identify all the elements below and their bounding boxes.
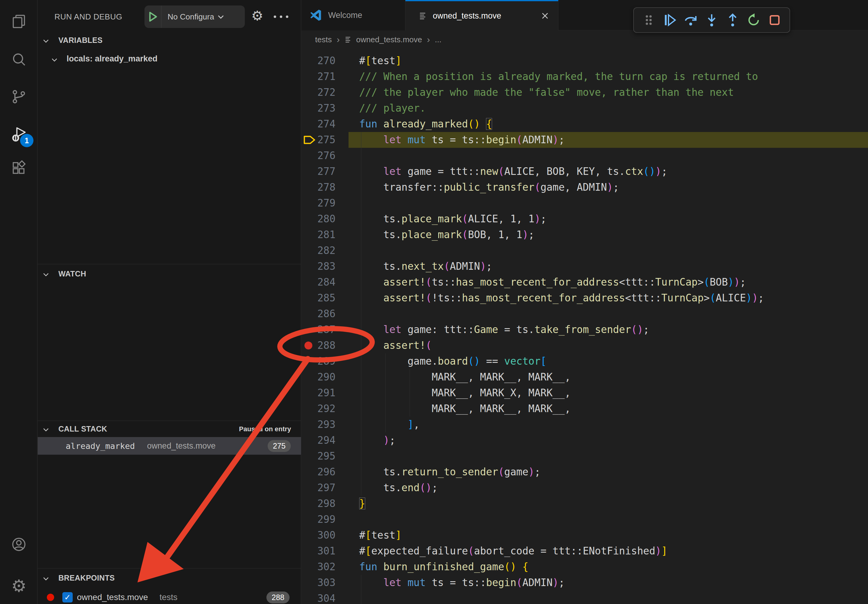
call-stack-frame-row[interactable]: already_marked owned_tests.move 275 <box>38 437 301 455</box>
line-number[interactable]: 289 <box>301 353 335 369</box>
breakpoints-section-header[interactable]: BREAKPOINTS <box>38 570 301 586</box>
line-number[interactable]: 287 <box>301 322 335 338</box>
line-number[interactable]: 298 <box>301 496 335 511</box>
code-line: 301#[expected_failure(abort_code = ttt::… <box>301 543 868 559</box>
line-number[interactable]: 291 <box>301 385 335 401</box>
code-line: 289 game.board() == vector[ <box>301 353 868 369</box>
debug-settings-gear-icon[interactable]: ⚙ <box>249 0 266 34</box>
code-text: ts.return_to_sender(game); <box>359 464 541 480</box>
line-number[interactable]: 283 <box>301 259 335 274</box>
line-number[interactable]: 271 <box>301 69 335 85</box>
indent-guide <box>361 148 361 164</box>
extensions-icon[interactable] <box>11 160 27 176</box>
indent-guide <box>361 195 361 211</box>
line-number[interactable]: 282 <box>301 243 335 259</box>
line-number[interactable]: 286 <box>301 306 335 322</box>
line-number[interactable]: 278 <box>301 180 335 195</box>
close-icon[interactable] <box>540 11 550 21</box>
indent-guide <box>361 448 361 464</box>
code-line: 271/// When a position is already marked… <box>301 69 868 85</box>
code-line: 270#[test] <box>301 53 868 69</box>
variables-section-header[interactable]: VARIABLES <box>38 33 301 49</box>
code-line: 293 ], <box>301 417 868 432</box>
line-number[interactable]: 296 <box>301 464 335 480</box>
breakpoints-label: BREAKPOINTS <box>58 574 115 582</box>
chevron-down-icon <box>42 426 50 434</box>
move-file-icon <box>419 11 428 20</box>
more-actions-icon[interactable] <box>272 12 290 21</box>
line-number[interactable]: 301 <box>301 543 335 559</box>
line-number[interactable]: 300 <box>301 527 335 543</box>
drag-grip-icon[interactable] <box>642 13 656 27</box>
breadcrumb-file[interactable]: owned_tests.move <box>356 35 422 44</box>
line-number[interactable]: 280 <box>301 211 335 227</box>
indent-guide <box>361 243 361 259</box>
breakpoint-dot-icon <box>47 594 54 601</box>
tab-welcome[interactable]: Welcome <box>301 0 405 30</box>
editor-group: Welcome owned_tests.move tests › owned_t… <box>301 0 868 604</box>
step-over-icon[interactable] <box>684 13 698 27</box>
line-number[interactable]: 279 <box>301 195 335 211</box>
line-number[interactable]: 270 <box>301 53 335 69</box>
code-text: MARK__, MARK__, MARK__, <box>359 401 570 417</box>
code-text: } <box>359 496 365 511</box>
code-line: 286 <box>301 306 868 322</box>
breadcrumb-symbol[interactable]: ... <box>435 35 442 44</box>
line-number[interactable]: 297 <box>301 480 335 496</box>
code-text: ts.next_tx(ADMIN); <box>359 259 492 274</box>
settings-gear-icon[interactable]: ⚙ <box>11 578 27 594</box>
step-out-icon[interactable] <box>725 13 740 27</box>
line-number[interactable]: 275 <box>301 132 335 148</box>
line-number[interactable]: 292 <box>301 401 335 417</box>
line-number[interactable]: 285 <box>301 290 335 306</box>
line-number[interactable]: 304 <box>301 591 335 604</box>
line-number[interactable]: 273 <box>301 101 335 116</box>
line-number[interactable]: 295 <box>301 448 335 464</box>
call-stack-label: CALL STACK <box>58 424 107 434</box>
start-debugging-button[interactable] <box>144 5 161 28</box>
code-line: 296 ts.return_to_sender(game); <box>301 464 868 480</box>
locals-scope-row[interactable]: locals: already_marked <box>38 52 301 68</box>
line-number[interactable]: 293 <box>301 417 335 432</box>
line-number[interactable]: 272 <box>301 85 335 101</box>
line-number[interactable]: 302 <box>301 559 335 575</box>
call-stack-section-header[interactable]: CALL STACK Paused on entry <box>38 421 301 437</box>
explorer-icon[interactable] <box>11 13 27 29</box>
variables-label: VARIABLES <box>58 36 102 45</box>
line-number[interactable]: 276 <box>301 148 335 164</box>
code-text: assert!(ts::has_most_recent_for_address<… <box>359 274 746 290</box>
frame-function-name: already_marked <box>66 441 135 451</box>
line-number[interactable]: 303 <box>301 575 335 591</box>
line-number[interactable]: 281 <box>301 227 335 243</box>
breakpoint-checkbox[interactable]: ✓ <box>62 592 73 602</box>
stop-icon[interactable] <box>767 13 782 27</box>
code-text: #[test] <box>359 527 401 543</box>
breadcrumb-folder[interactable]: tests <box>315 35 332 44</box>
breadcrumb-separator-icon: › <box>337 34 340 45</box>
tab-owned-tests-move[interactable]: owned_tests.move <box>405 0 558 30</box>
debug-config-dropdown[interactable]: No Configura <box>144 5 245 28</box>
chevron-down-icon <box>42 575 50 583</box>
line-number[interactable]: 294 <box>301 432 335 448</box>
code-line: 303 let mut ts = ts::begin(ADMIN); <box>301 575 868 591</box>
frame-line-badge: 275 <box>268 440 291 452</box>
account-icon[interactable] <box>11 536 27 552</box>
source-control-icon[interactable] <box>11 89 27 105</box>
line-number[interactable]: 274 <box>301 116 335 132</box>
chevron-down-icon <box>217 12 225 21</box>
code-text: ); <box>359 432 395 448</box>
line-number[interactable]: 284 <box>301 274 335 290</box>
step-into-icon[interactable] <box>704 13 719 27</box>
line-number[interactable]: 299 <box>301 511 335 527</box>
line-number[interactable]: 290 <box>301 369 335 385</box>
continue-icon[interactable] <box>662 13 677 27</box>
line-number[interactable]: 288 <box>301 338 335 353</box>
breakpoint-list-item[interactable]: ✓ owned_tests.move tests 288 <box>38 589 301 604</box>
breadcrumb[interactable]: tests › owned_tests.move › ... <box>301 30 868 49</box>
code-line: 274fun already_marked() { <box>301 116 868 132</box>
watch-section-header[interactable]: WATCH <box>38 266 301 282</box>
line-number[interactable]: 277 <box>301 164 335 180</box>
breadcrumb-separator-icon: › <box>427 34 430 45</box>
restart-icon[interactable] <box>746 13 761 27</box>
search-icon[interactable] <box>11 51 27 67</box>
